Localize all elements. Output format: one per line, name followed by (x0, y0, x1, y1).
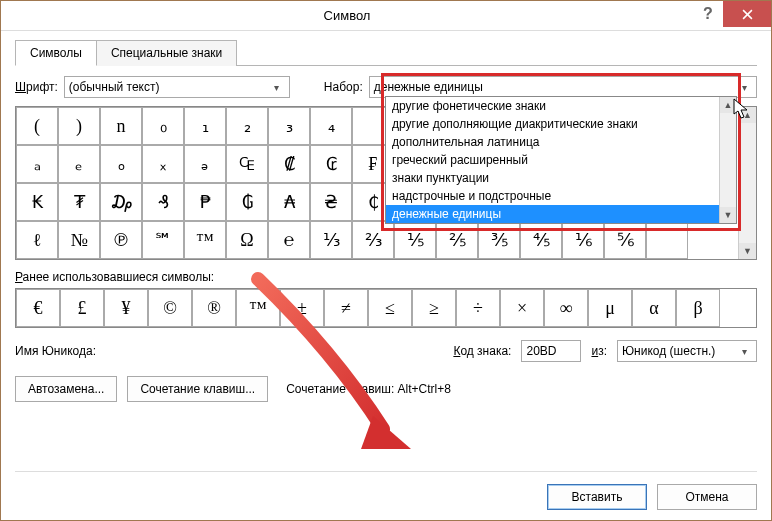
symbol-dialog: Символ ? Символы Специальные знаки Шрифт… (0, 0, 772, 521)
shortcut-display: Сочетание клавиш: Alt+Ctrl+8 (286, 382, 451, 396)
symbol-cell[interactable]: ₔ (184, 145, 226, 183)
symbol-cell[interactable]: ⅖ (436, 221, 478, 259)
tab-special[interactable]: Специальные знаки (96, 40, 237, 66)
recent-symbol-cell[interactable]: α (632, 289, 676, 327)
set-value: денежные единицы (374, 80, 736, 94)
titlebar: Символ ? (1, 1, 771, 31)
symbol-cell[interactable] (646, 221, 688, 259)
font-value: (обычный текст) (69, 80, 269, 94)
from-dropdown[interactable]: Юникод (шестн.) ▾ (617, 340, 757, 362)
symbol-cell[interactable]: ₀ (142, 107, 184, 145)
shortcut-key-button[interactable]: Сочетание клавиш... (127, 376, 268, 402)
symbol-cell[interactable]: ₂ (226, 107, 268, 145)
unicode-name-label: Имя Юникода: (15, 344, 443, 358)
symbol-cell[interactable]: ) (58, 107, 100, 145)
symbol-cell[interactable]: n (100, 107, 142, 145)
recent-symbol-cell[interactable]: ≠ (324, 289, 368, 327)
font-label: Шрифт: (15, 80, 58, 94)
chevron-down-icon: ▾ (736, 346, 752, 357)
symbol-cell[interactable]: ⅓ (310, 221, 352, 259)
recent-label: Ранее использовавшиеся символы: (15, 270, 757, 284)
symbol-cell[interactable]: ⅚ (604, 221, 646, 259)
recent-symbol-cell[interactable]: ≥ (412, 289, 456, 327)
set-option[interactable]: другие фонетические знаки (386, 97, 736, 115)
symbol-cell[interactable]: № (58, 221, 100, 259)
set-option[interactable]: надстрочные и подстрочные (386, 187, 736, 205)
symbol-cell[interactable]: ( (16, 107, 58, 145)
symbol-cell[interactable]: ₮ (58, 183, 100, 221)
symbol-cell[interactable]: ℗ (100, 221, 142, 259)
symbol-cell[interactable]: ₒ (100, 145, 142, 183)
symbol-cell[interactable]: ™ (184, 221, 226, 259)
cancel-button[interactable]: Отмена (657, 484, 757, 510)
recent-symbol-cell[interactable]: ± (280, 289, 324, 327)
symbol-cell[interactable]: ⅗ (478, 221, 520, 259)
symbol-cell[interactable]: ⅕ (394, 221, 436, 259)
symbol-cell[interactable]: ₯ (100, 183, 142, 221)
symbol-cell[interactable]: ℠ (142, 221, 184, 259)
set-option[interactable]: другие дополняющие диакритические знаки (386, 115, 736, 133)
from-value: Юникод (шестн.) (622, 344, 736, 358)
symbol-cell[interactable]: Ω (226, 221, 268, 259)
code-input[interactable]: 20BD (521, 340, 581, 362)
insert-button[interactable]: Вставить (547, 484, 647, 510)
symbol-cell[interactable]: ℓ (16, 221, 58, 259)
scroll-down-icon[interactable]: ▼ (739, 243, 756, 259)
symbol-cell[interactable]: ⅙ (562, 221, 604, 259)
recent-symbol-cell[interactable]: ∞ (544, 289, 588, 327)
font-dropdown[interactable]: (обычный текст) ▾ (64, 76, 290, 98)
symbol-cell[interactable]: ₭ (16, 183, 58, 221)
recent-symbol-cell[interactable]: β (676, 289, 720, 327)
symbol-cell[interactable]: ₴ (310, 183, 352, 221)
symbol-cell[interactable]: ⅘ (520, 221, 562, 259)
recent-symbol-cell[interactable]: × (500, 289, 544, 327)
recent-symbol-cell[interactable]: ≤ (368, 289, 412, 327)
chevron-down-icon: ▾ (736, 82, 752, 93)
tab-symbols[interactable]: Символы (15, 40, 97, 66)
recent-symbol-cell[interactable]: ® (192, 289, 236, 327)
symbol-cell[interactable]: ₡ (268, 145, 310, 183)
symbol-cell[interactable]: ₲ (226, 183, 268, 221)
tab-bar: Символы Специальные знаки (15, 39, 757, 66)
symbol-cell[interactable]: ₰ (142, 183, 184, 221)
dropdown-scrollbar[interactable]: ▲ ▼ (719, 97, 736, 223)
symbol-cell[interactable]: ₃ (268, 107, 310, 145)
grid-scrollbar[interactable]: ▲ ▼ (738, 107, 756, 259)
symbol-cell[interactable]: ℮ (268, 221, 310, 259)
divider (15, 471, 757, 472)
symbol-cell[interactable]: ₄ (310, 107, 352, 145)
recent-symbol-cell[interactable]: ÷ (456, 289, 500, 327)
symbol-cell[interactable]: ⅔ (352, 221, 394, 259)
scroll-up-icon[interactable]: ▲ (720, 97, 736, 113)
recent-symbol-cell[interactable]: € (16, 289, 60, 327)
scroll-down-icon[interactable]: ▼ (720, 207, 736, 223)
symbol-cell[interactable]: ₢ (310, 145, 352, 183)
set-option[interactable]: дополнительная латиница (386, 133, 736, 151)
close-button[interactable] (723, 1, 771, 27)
recent-symbol-cell[interactable]: £ (60, 289, 104, 327)
recent-symbol-cell[interactable]: ™ (236, 289, 280, 327)
set-label: Набор: (324, 80, 363, 94)
from-label: из: (591, 344, 607, 358)
set-dropdown[interactable]: денежные единицы ▾ (369, 76, 757, 98)
help-button[interactable]: ? (693, 1, 723, 27)
symbol-cell[interactable]: ₓ (142, 145, 184, 183)
scroll-up-icon[interactable]: ▲ (739, 107, 756, 123)
autocorrect-button[interactable]: Автозамена... (15, 376, 117, 402)
symbol-cell[interactable]: ₐ (16, 145, 58, 183)
set-option[interactable]: денежные единицы (386, 205, 736, 223)
symbol-cell[interactable]: ₑ (58, 145, 100, 183)
recent-symbol-cell[interactable]: μ (588, 289, 632, 327)
recent-symbol-cell[interactable]: © (148, 289, 192, 327)
symbol-cell[interactable]: ₠ (226, 145, 268, 183)
code-label: Код знака: (453, 344, 511, 358)
set-option[interactable]: знаки пунктуации (386, 169, 736, 187)
symbol-cell[interactable]: ₳ (268, 183, 310, 221)
recent-grid: €£¥©®™±≠≤≥÷×∞μαβ (15, 288, 757, 328)
recent-symbol-cell[interactable]: ¥ (104, 289, 148, 327)
window-title: Символ (1, 8, 693, 23)
set-dropdown-list[interactable]: ▲ ▼ другие фонетические знакидругие допо… (385, 96, 737, 224)
symbol-cell[interactable]: ₁ (184, 107, 226, 145)
set-option[interactable]: греческий расширенный (386, 151, 736, 169)
symbol-cell[interactable]: ₱ (184, 183, 226, 221)
